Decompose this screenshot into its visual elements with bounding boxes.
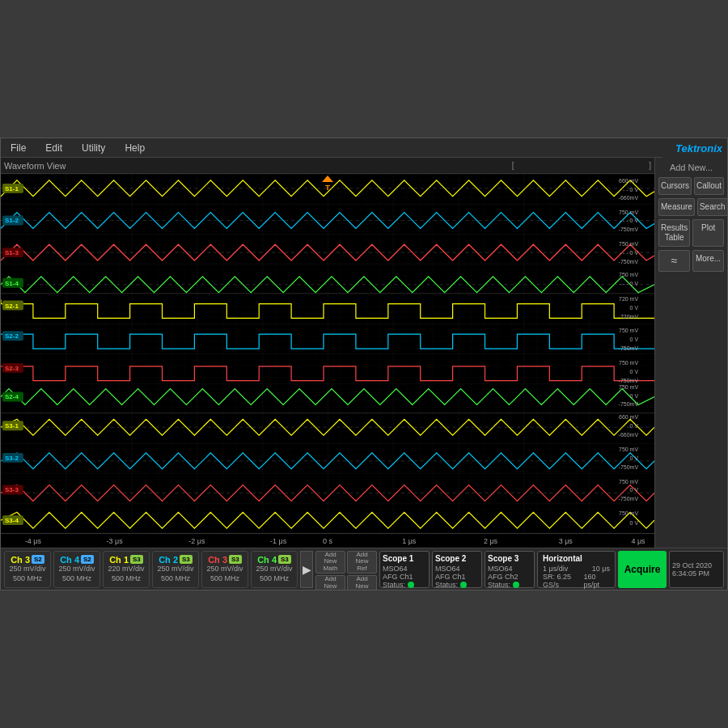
scope-badge: S2 (32, 555, 44, 564)
cursors-button[interactable]: Cursors (658, 177, 692, 195)
svg-text:750 mV: 750 mV (619, 241, 638, 247)
add-new-bus-button[interactable]: AddNewBus (315, 575, 345, 590)
ch-badge-ch2-s3[interactable]: Ch 2 S3 250 mV/div500 MHz (152, 551, 199, 588)
ch-name: Ch 4 (257, 555, 277, 565)
svg-text:S3-1: S3-1 (5, 422, 19, 430)
measure-button[interactable]: Measure (658, 198, 695, 216)
right-panel: Add New... Cursors Callout Measure Searc… (654, 158, 727, 548)
menu-help[interactable]: Help (121, 141, 148, 155)
time-total: 10 μs (592, 565, 610, 573)
svg-text:0 s: 0 s (323, 537, 333, 545)
waveform-svg: T (1, 174, 654, 533)
svg-text:-750mV: -750mV (619, 226, 639, 232)
scope1-model: MSO64 (383, 565, 426, 573)
menu-file[interactable]: File (7, 141, 29, 155)
svg-text:2 μs: 2 μs (484, 537, 498, 545)
results-table-button[interactable]: ResultsTable (658, 219, 690, 247)
add-new-label: Add New... (658, 161, 724, 174)
menu-edit[interactable]: Edit (42, 141, 66, 155)
svg-text:S2-4: S2-4 (5, 394, 19, 401)
svg-text:-2 μs: -2 μs (188, 537, 205, 545)
svg-text:S3-3: S3-3 (5, 486, 19, 493)
add-new-math-button[interactable]: AddNewMath (315, 551, 345, 574)
svg-text:- - - 0 V: - - - 0 V (620, 218, 639, 223)
ch-badge-ch3-s2[interactable]: Ch 3 S2 250 mV/div500 MHz (4, 551, 51, 588)
add-buttons-group: AddNewMath AddNewRef AddNewBus AddNewSco… (315, 551, 377, 588)
scope2-afg: AFG Ch1 (435, 573, 479, 581)
svg-text:S3-2: S3-2 (5, 455, 19, 462)
waveform-header: Waveform View [ ] (1, 158, 654, 174)
svg-text:750 mV: 750 mV (619, 328, 638, 333)
svg-text:750 mV: 750 mV (619, 360, 638, 366)
svg-text:-4 μs: -4 μs (25, 537, 42, 545)
svg-text:-660mV: -660mV (619, 195, 639, 201)
ch-info: 250 mV/div500 MHz (157, 565, 193, 583)
ch-info: 250 mV/div500 MHz (206, 565, 243, 583)
datetime-box: 29 Oct 2020 6:34:05 PM (669, 551, 724, 588)
ch-name: Ch 3 (208, 555, 227, 565)
svg-text:0 V: 0 V (630, 423, 639, 429)
svg-text:S1-3: S1-3 (5, 249, 19, 256)
add-new-ref-button[interactable]: AddNewRef (347, 551, 377, 574)
ch-info: 250 mV/div500 MHz (58, 565, 95, 583)
svg-text:-1 μs: -1 μs (270, 537, 287, 545)
scope3-status-dot (513, 582, 519, 588)
record-length: RL: 62.5 kpts (543, 589, 586, 590)
ch-name: Ch 2 (159, 555, 178, 565)
waveform-section: Waveform View [ ] (1, 158, 654, 548)
svg-text:S2-2: S2-2 (5, 332, 19, 340)
waveform-canvas[interactable]: T (1, 174, 654, 533)
acquire-button[interactable]: Acquire (618, 551, 667, 588)
svg-text:S1-4: S1-4 (5, 280, 19, 287)
scope-badge: S3 (229, 555, 242, 564)
ch-badge-ch3-s3[interactable]: Ch 3 S3 250 mV/div500 MHz (201, 551, 248, 588)
svg-text:0 V: 0 V (630, 393, 639, 399)
brand-logo: Tektronix (662, 138, 727, 158)
math-icon-button[interactable]: ≈ (658, 250, 690, 272)
scope2-status: Status: (435, 581, 479, 589)
ch-name: Ch 1 (109, 555, 129, 565)
channel-nav-arrow[interactable]: ▶ (300, 551, 313, 588)
add-new-scope-button[interactable]: AddNewScope (347, 575, 377, 590)
scope3-info[interactable]: Scope 3 MSO64 AFG Ch2 Status: (485, 551, 535, 588)
bottom-toolbar: Ch 3 S2 250 mV/div500 MHz Ch 4 S2 250 mV… (1, 548, 727, 590)
ch-badge-ch4-s3[interactable]: Ch 4 S3 250 mV/div500 MHz (251, 551, 298, 588)
date: 29 Oct 2020 (672, 561, 721, 569)
scope2-info[interactable]: Scope 2 MSO64 AFG Ch1 Status: (432, 551, 482, 588)
svg-text:0 V: 0 V (630, 487, 639, 493)
svg-text:S3-4: S3-4 (5, 517, 19, 524)
ch-badge-ch1-s3[interactable]: Ch 1 S3 220 mV/div500 MHz (103, 551, 150, 588)
svg-text:660 mV: 660 mV (619, 414, 638, 420)
svg-text:0 V: 0 V (630, 455, 639, 461)
more-button[interactable]: More... (692, 250, 724, 272)
svg-text:-750mV: -750mV (619, 345, 639, 351)
sample-rate: SR: 6.25 GS/s (543, 573, 584, 589)
svg-text:1 μs: 1 μs (402, 537, 417, 545)
svg-text:750 mV: 750 mV (619, 447, 638, 452)
scope1-afg: AFG Ch1 (383, 573, 426, 581)
svg-text:-720mV: -720mV (619, 314, 639, 320)
svg-text:S1-1: S1-1 (5, 185, 19, 193)
ch-name: Ch 3 (11, 555, 30, 565)
svg-text:S1-2: S1-2 (5, 217, 19, 224)
svg-text:0 V: 0 V (630, 520, 639, 526)
svg-text:0 V: 0 V (630, 336, 639, 342)
ch-name: Ch 4 (60, 555, 79, 565)
scope1-status-dot (408, 582, 414, 588)
svg-text:720 mV: 720 mV (619, 296, 638, 302)
scope-badge: S3 (130, 555, 143, 564)
scope-badge: S3 (278, 555, 291, 564)
search-button[interactable]: Search (697, 198, 727, 216)
plot-button[interactable]: Plot (692, 219, 724, 247)
menu-utility[interactable]: Utility (78, 141, 108, 155)
ch-badge-ch4-s2[interactable]: Ch 4 S2 250 mV/div500 MHz (53, 551, 100, 588)
callout-button[interactable]: Callout (694, 177, 724, 195)
time: 6:34:05 PM (672, 569, 721, 578)
svg-text:-660mV: -660mV (619, 432, 639, 438)
scope1-info[interactable]: Scope 1 MSO64 AFG Ch1 Status: (379, 551, 430, 588)
ch-info: 250 mV/div500 MHz (256, 565, 292, 583)
svg-text:-750mV: -750mV (619, 378, 639, 383)
horizontal-info[interactable]: Horizontal 1 μs/div 10 μs SR: 6.25 GS/s … (537, 551, 616, 588)
svg-text:750 mV: 750 mV (619, 479, 638, 485)
svg-text:4 μs: 4 μs (631, 537, 645, 545)
